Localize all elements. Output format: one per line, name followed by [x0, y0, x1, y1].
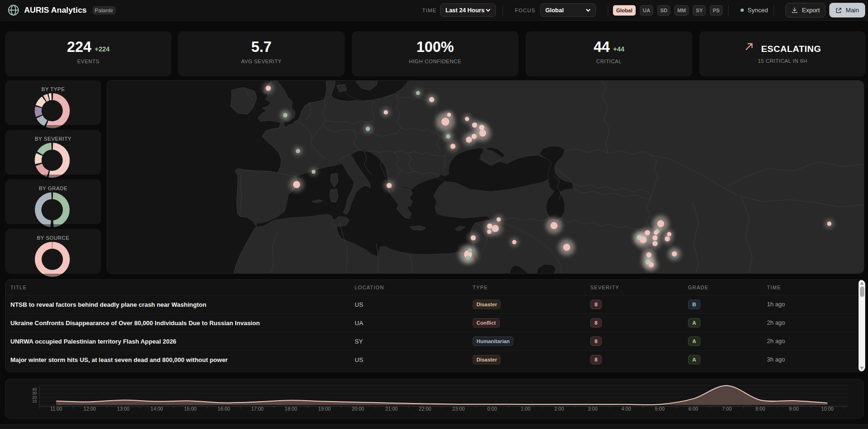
- svg-text:20: 20: [32, 395, 37, 400]
- svg-text:3:00: 3:00: [588, 406, 598, 412]
- svg-text:12:00: 12:00: [84, 406, 96, 412]
- svg-text:15:00: 15:00: [184, 406, 196, 412]
- svg-text:13:00: 13:00: [117, 406, 129, 412]
- svg-text:0:00: 0:00: [487, 406, 497, 412]
- svg-text:21:00: 21:00: [385, 406, 398, 412]
- svg-text:1:00: 1:00: [521, 406, 531, 412]
- svg-text:9:00: 9:00: [789, 406, 799, 412]
- svg-text:11:00: 11:00: [50, 406, 62, 412]
- svg-text:18:00: 18:00: [285, 406, 297, 412]
- svg-text:10:00: 10:00: [821, 406, 834, 412]
- svg-text:2:00: 2:00: [554, 406, 564, 412]
- svg-text:23:00: 23:00: [452, 406, 465, 412]
- svg-text:40: 40: [32, 387, 37, 392]
- svg-text:16:00: 16:00: [218, 406, 230, 412]
- svg-text:20:00: 20:00: [352, 406, 364, 412]
- svg-text:14:00: 14:00: [151, 406, 163, 412]
- svg-text:7:00: 7:00: [722, 406, 732, 412]
- svg-text:22:00: 22:00: [419, 406, 431, 412]
- svg-text:5:00: 5:00: [655, 406, 665, 412]
- svg-text:8:00: 8:00: [756, 406, 766, 412]
- svg-text:17:00: 17:00: [251, 406, 264, 412]
- svg-text:4:00: 4:00: [621, 406, 631, 412]
- svg-text:6:00: 6:00: [689, 406, 698, 412]
- svg-text:19:00: 19:00: [318, 406, 331, 412]
